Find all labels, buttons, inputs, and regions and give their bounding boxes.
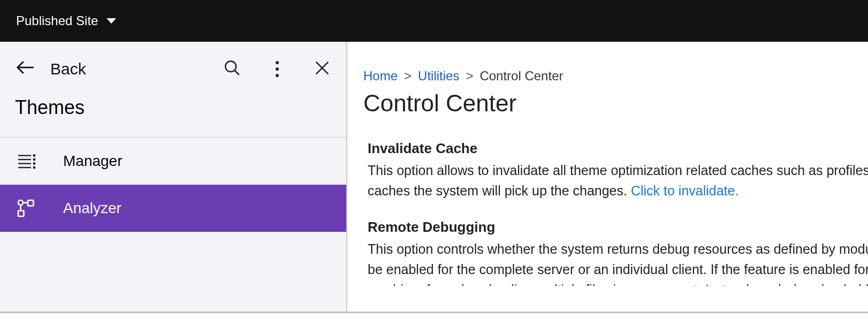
breadcrumb-separator: > [404,69,412,84]
breadcrumb-home[interactable]: Home [363,69,398,84]
sidebar-menu: Manager Analyzer [0,137,346,232]
breadcrumb-current: Control Center [479,69,563,84]
arrow-left-icon [15,57,35,81]
page-title: Control Center [363,90,868,117]
site-selector-label: Published Site [16,13,98,28]
sidebar-title: Themes [0,96,346,137]
top-bar: Published Site [0,0,868,42]
content-area: Home > Utilities > Control Center Contro… [347,42,868,312]
svg-point-11 [34,163,35,164]
nodes-icon [15,199,37,218]
breadcrumb: Home > Utilities > Control Center [363,69,868,84]
sidebar-item-label: Manager [63,153,123,170]
svg-point-13 [18,200,23,205]
kebab-menu-icon[interactable] [268,61,286,77]
breadcrumb-separator: > [466,69,473,84]
sidebar-actions [223,59,331,79]
list-icon [15,152,37,171]
section-remote-debugging: Remote Debugging This option controls wh… [363,219,868,300]
sidebar-item-label: Analyzer [63,200,121,217]
svg-point-12 [34,167,35,168]
close-icon[interactable] [313,59,331,79]
breadcrumb-utilities[interactable]: Utilities [418,69,459,84]
back-label: Back [50,60,86,78]
back-button[interactable]: Back [15,57,86,81]
invalidate-link[interactable]: Click to invalidate. [631,183,738,198]
svg-rect-15 [18,211,24,217]
section-heading: Remote Debugging [368,219,868,236]
svg-point-1 [225,61,236,72]
svg-line-2 [234,70,239,75]
section-text: be enabled for the complete server or an… [368,259,868,279]
section-invalidate-cache: Invalidate Cache This option allows to i… [363,140,868,201]
site-selector[interactable]: Published Site [16,13,116,28]
section-text: caches the system will pick up the chang… [368,180,868,201]
main-shell: Back Themes [0,42,868,313]
svg-rect-14 [28,200,34,206]
section-heading: Invalidate Cache [368,140,868,157]
section-text: This option allows to invalidate all the… [368,160,868,180]
sidebar-item-manager[interactable]: Manager [0,138,346,185]
sidebar-item-analyzer[interactable]: Analyzer [0,185,346,232]
caret-down-icon [106,18,116,24]
search-icon[interactable] [223,59,241,79]
sidebar: Back Themes [0,42,347,312]
svg-point-10 [34,159,35,160]
section-text: combiner from downloading multiple files… [368,279,868,300]
sidebar-top-row: Back [0,42,346,96]
section-text: This option controls whether the system … [368,239,868,259]
svg-point-9 [34,155,35,156]
